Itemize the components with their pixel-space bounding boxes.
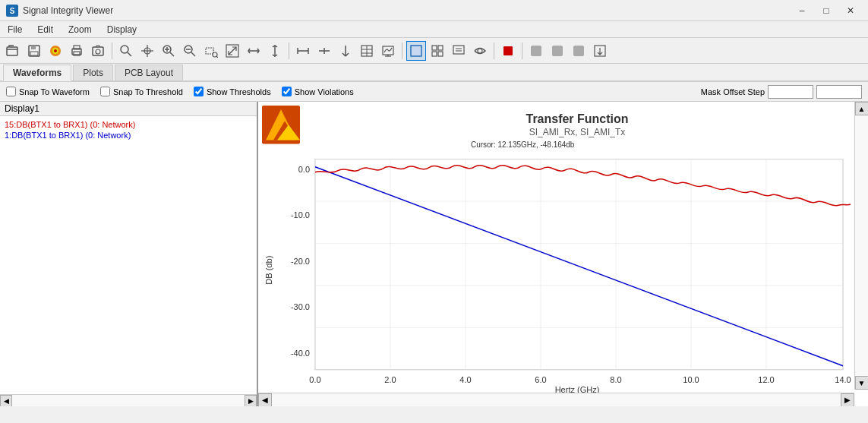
scroll-left-btn[interactable]: ◀: [258, 393, 272, 407]
svg-rect-2: [7, 47, 17, 55]
svg-line-24: [191, 52, 195, 56]
svg-text:-30.0: -30.0: [291, 302, 310, 311]
svg-text:12.0: 12.0: [758, 375, 774, 384]
scroll-down-btn[interactable]: ▼: [855, 376, 869, 390]
scissors-btn[interactable]: [406, 41, 426, 61]
svg-text:DB (db): DB (db): [264, 256, 273, 285]
zoom-y-btn[interactable]: [265, 41, 285, 61]
svg-point-13: [96, 49, 100, 54]
tab-waveforms[interactable]: Waveforms: [3, 65, 71, 81]
scroll-track-vertical[interactable]: [855, 115, 868, 376]
measure-btn[interactable]: [293, 41, 313, 61]
menu-bar: File Edit Zoom Display: [0, 21, 868, 38]
chart-scroll-vertical: ▲ ▼: [854, 102, 868, 390]
table-btn[interactable]: [357, 41, 377, 61]
zoom-x-btn[interactable]: [244, 41, 264, 61]
svg-text:Transfer Function: Transfer Function: [526, 112, 629, 125]
menu-zoom[interactable]: Zoom: [61, 21, 99, 37]
svg-text:Cursor: 12.135GHz, -48.164db: Cursor: 12.135GHz, -48.164db: [471, 140, 575, 149]
show-violations-option[interactable]: Show Violations: [282, 87, 354, 96]
snap-to-threshold-option[interactable]: Snap To Threshold: [100, 87, 183, 96]
export-btn[interactable]: [590, 41, 610, 61]
left-scrollbar: ◀ ▶: [0, 394, 257, 406]
waveform-2-network: (0: Network): [85, 131, 131, 140]
close-button[interactable]: ✕: [839, 2, 862, 19]
scroll-up-btn[interactable]: ▲: [855, 102, 869, 115]
scope-btn[interactable]: [378, 41, 398, 61]
btn-gray1[interactable]: [526, 41, 546, 61]
toolbar-sep-3: [402, 43, 402, 59]
left-scroll-left-btn[interactable]: ◀: [0, 395, 12, 407]
snap-to-threshold-checkbox[interactable]: [100, 87, 110, 96]
mask-offset-time-input[interactable]: 100.0ps: [768, 85, 813, 99]
waveform-item-2[interactable]: 1:DB(BTX1 to BRX1) (0: Network): [5, 130, 252, 140]
mask-offset-label: Mask Offset Step: [701, 87, 765, 96]
snap-to-waveform-checkbox[interactable]: [6, 87, 16, 96]
print-btn[interactable]: [67, 41, 87, 61]
svg-text:Hertz (GHz): Hertz (GHz): [555, 385, 600, 393]
svg-text:14.0: 14.0: [835, 375, 851, 384]
zoom-out-btn[interactable]: [180, 41, 200, 61]
svg-point-55: [478, 49, 482, 53]
svg-point-14: [121, 46, 128, 53]
menu-edit[interactable]: Edit: [30, 21, 61, 37]
toolbar-sep-5: [522, 43, 522, 59]
left-scroll-right-btn[interactable]: ▶: [245, 395, 257, 407]
svg-rect-52: [453, 46, 464, 54]
waveform-1-text: 15:DB(BTX1 to BRX1): [5, 120, 87, 129]
svg-text:0.0: 0.0: [298, 165, 310, 174]
btn-gray3[interactable]: [569, 41, 589, 61]
zoom-region-btn[interactable]: [201, 41, 221, 61]
svg-text:-20.0: -20.0: [291, 257, 310, 266]
display-btn[interactable]: [449, 41, 469, 61]
mask-offset-controls: Mask Offset Step 100.0ps 10.0mV: [701, 85, 862, 99]
snap-to-waveform-option[interactable]: Snap To Waveform: [6, 87, 90, 96]
waveform-item-1[interactable]: 15:DB(BTX1 to BRX1) (0: Network): [5, 119, 252, 130]
delta-btn[interactable]: [314, 41, 334, 61]
crosshair-btn[interactable]: [137, 41, 157, 61]
svg-text:S: S: [10, 7, 15, 15]
scroll-right-btn[interactable]: ▶: [841, 393, 854, 407]
svg-rect-56: [503, 46, 513, 55]
maximize-button[interactable]: □: [815, 2, 838, 19]
svg-line-28: [216, 56, 218, 58]
show-thresholds-option[interactable]: Show Thresholds: [194, 87, 271, 96]
menu-display[interactable]: Display: [99, 21, 144, 37]
tab-pcb-layout[interactable]: PCB Layout: [115, 65, 183, 80]
snapshot-btn[interactable]: [88, 41, 108, 61]
minimize-button[interactable]: –: [791, 2, 813, 19]
svg-text:-10.0: -10.0: [291, 210, 310, 219]
mask-offset-voltage-input[interactable]: 10.0mV: [816, 85, 862, 99]
svg-rect-50: [432, 52, 437, 56]
zoom-in-btn[interactable]: [159, 41, 178, 61]
menu-file[interactable]: File: [0, 21, 30, 37]
svg-text:SI_AMI_Rx, SI_AMI_Tx: SI_AMI_Rx, SI_AMI_Tx: [529, 127, 626, 137]
zoom-fit-btn[interactable]: [223, 41, 242, 61]
search-btn[interactable]: [116, 41, 136, 61]
btn-gray2[interactable]: [548, 41, 567, 61]
show-violations-checkbox[interactable]: [282, 87, 292, 96]
svg-rect-47: [411, 46, 421, 56]
save-button[interactable]: [24, 41, 44, 61]
open-button[interactable]: [3, 41, 23, 61]
stop-btn[interactable]: [498, 41, 518, 61]
show-thresholds-checkbox[interactable]: [194, 87, 204, 96]
svg-rect-5: [30, 52, 38, 55]
svg-text:4.0: 4.0: [459, 375, 471, 384]
waveform-btn[interactable]: [46, 41, 65, 61]
chart-container: Transfer Function SI_AMI_Rx, SI_AMI_Tx C…: [258, 102, 854, 393]
svg-rect-48: [432, 46, 437, 50]
arrow-btn[interactable]: [336, 41, 355, 61]
show-violations-label: Show Violations: [295, 87, 354, 96]
grid-btn[interactable]: [428, 41, 447, 61]
scroll-track-horizontal[interactable]: [272, 393, 841, 406]
waveform-1-network: (0: Network): [90, 120, 136, 129]
svg-rect-4: [31, 46, 36, 49]
chart-svg: Transfer Function SI_AMI_Rx, SI_AMI_Tx C…: [258, 102, 854, 393]
tab-plots[interactable]: Plots: [73, 65, 113, 80]
window-title: Signal Integrity Viewer: [23, 5, 791, 16]
toolbar-sep-1: [112, 43, 112, 59]
toolbar: [0, 38, 868, 64]
eye-btn[interactable]: [470, 41, 490, 61]
left-scroll-track[interactable]: [12, 395, 245, 406]
